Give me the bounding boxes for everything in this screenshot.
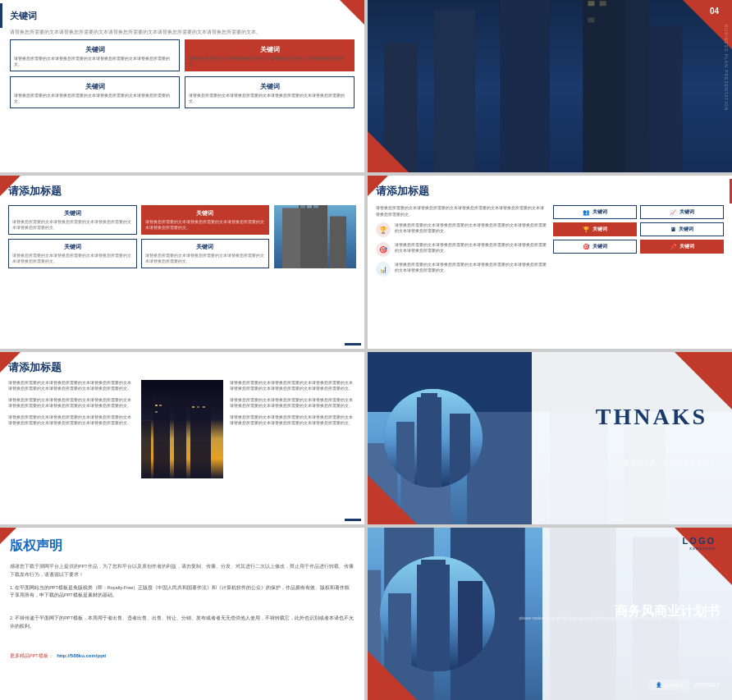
svg-rect-27 — [153, 396, 170, 478]
slide3-kw-2: 关键词 请替换您所需要的文本请替换您所需要的文本请替换您所需要的文本请替换您所需… — [141, 205, 270, 235]
cover-circle-photo — [380, 556, 495, 671]
kw-btn-2-2: 🖥 关键词 — [640, 222, 724, 236]
slide-8: LOGO xxxxxxxx 商务风商业计划书 please replace yo… — [368, 528, 732, 700]
user-btn-label: QIANKU — [664, 683, 683, 688]
blue-stripe-5 — [345, 519, 361, 521]
slide3-kw-4: 关键词 请替换您所需要的文本请替换您所需要的文本请替换您所需要的文本请替换您所需… — [141, 239, 270, 268]
slide5-text-3: 请替换您所需要的文本请替换您所需要的文本请替换您所需要的文本请替换您所需要的文本… — [8, 414, 135, 427]
slide3-kw-text-4: 请替换您所需要的文本请替换您所需要的文本请替换您所需要的文本请替换您所需要的文。 — [145, 253, 266, 264]
svg-rect-29 — [190, 400, 211, 478]
slide1-subtitle: 请替换您所需要的文本请替换您所需要的文本请替换您所需要的文本请替换您所需要的文本… — [10, 29, 355, 36]
svg-rect-5 — [649, 25, 682, 172]
svg-rect-25 — [313, 205, 318, 208]
slide-7: 版权声明 感谢您下载于潮网平台上提供的PPT作品，为了您和平台以及原创作者的利益… — [0, 528, 364, 700]
kw-box-3: 关键词 请替换您所需要的文本请替换您所需要的文本请替换您所需要的文本请替换您所需… — [10, 76, 180, 108]
slide3-kw-1: 关键词 请替换您所需要的文本请替换您所需要的文本请替换您所需要的文本请替换您所需… — [8, 205, 137, 235]
kw-btn-label-1-1: 关键词 — [592, 208, 607, 216]
red-triangle-bot — [368, 131, 409, 172]
svg-rect-33 — [155, 411, 158, 413]
kw-box-4: 关键词 请替换您所需要的文本请替换您所需要的文本请替换您所需要的文本请替换您所需… — [185, 76, 355, 108]
city-image — [368, 0, 732, 172]
svg-rect-12 — [588, 1, 594, 6]
kw-row-3: 🎯 关键词 📌 关键词 — [553, 240, 724, 254]
slide3-kw-3: 关键词 请替换您所需要的文本请替换您所需要的文本请替换您所需要的文本请替换您所需… — [8, 239, 137, 268]
svg-rect-50 — [417, 397, 441, 487]
svg-rect-34 — [192, 406, 194, 408]
kw-icon-2-1: 🏆 — [583, 226, 590, 233]
list-item-2: 🎯 请替换您所需要的文本请替换您所需要的文本请替换您所需要的文本请替换您所需要的… — [376, 242, 547, 257]
kw-label-3: 关键词 — [14, 80, 176, 93]
slide5-rtext-3: 请替换您所需要的文本请替换您所需要的文本请替换您所需要的文本请替换您所需要的文本… — [230, 414, 356, 427]
svg-rect-32 — [159, 405, 162, 406]
slide4-layout: 请替换您所需要的文本请替换您所需要的文本请替换您所需要的文本请替换您所需要的文本… — [376, 205, 724, 281]
list-text-3: 请替换您所需要的文本请替换您所需要的文本请替换您所需要的文本请替换您所需要的文本… — [395, 262, 547, 273]
kw-label-2: 关键词 — [189, 43, 350, 56]
svg-rect-19 — [330, 217, 346, 269]
slide-number: 04 — [705, 5, 724, 17]
copyright-intro: 感谢您下载于潮网平台上提供的PPT作品，为了您和平台以及原创作者的利益，请勿复制… — [10, 563, 355, 579]
slide5-title: 请添加标题 — [8, 360, 356, 375]
svg-rect-36 — [203, 406, 205, 408]
slide5-text-1: 请替换您所需要的文本请替换您所需要的文本请替换您所需要的文本请替换您所需要的文本… — [8, 380, 135, 392]
cover-logo-area: LOGO xxxxxxxx — [683, 536, 716, 551]
kw-label-4: 关键词 — [189, 80, 350, 93]
svg-rect-3 — [434, 9, 475, 172]
copyright-link-area: 更多精品PPT模板： http://588ku.com/ppt/ — [10, 646, 355, 661]
slide3-kw-text-3: 请替换您所需要的文本请替换您所需要的文本请替换您所需要的文本请替换您所需要的文。 — [12, 253, 133, 264]
slide3-content: 关键词 请替换您所需要的文本请替换您所需要的文本请替换您所需要的文本请替换您所需… — [8, 205, 356, 268]
slide-6: THNAKS 有您的支持，我们将做得更好！ — [368, 352, 732, 524]
kw-btn-3-2: 📌 关键词 — [640, 240, 724, 254]
cp-item2-num: 2. — [10, 615, 14, 620]
slide-5: 请添加标题 请替换您所需要的文本请替换您所需要的文本请替换您所需要的文本请替换您… — [0, 352, 364, 524]
kw-btn-label-3-1: 关键词 — [592, 243, 607, 250]
svg-rect-35 — [197, 406, 199, 408]
kw-btn-1-2: 📈 关键词 — [640, 205, 724, 219]
kw-icon-3-2: 📌 — [670, 244, 677, 250]
kw-label-1: 关键词 — [14, 43, 176, 56]
red-corner-5 — [0, 352, 21, 373]
slide4-intro-text: 请替换您所需要的文本请替换您所需要的文本请替换您所需要的文本请替换您所需要的文本… — [376, 205, 547, 217]
cover-user-btn[interactable]: 👤 QIANKU — [649, 679, 689, 690]
cover-bottom-bar: 👤 QIANKU 20XX\07 — [649, 679, 720, 690]
kw-box-2: 关键词 请替换您所需要的文本请替换您所需要的文本请替换您所需要的文本请替换您所需… — [185, 39, 355, 71]
cp-item1-num: 1. — [10, 585, 14, 590]
kw-icon-1-1: 👥 — [583, 209, 590, 216]
list-text-2: 请替换您所需要的文本请替换您所需要的文本请替换您所需要的文本请替换您所需要的文本… — [395, 242, 547, 254]
svg-rect-1 — [500, 0, 550, 172]
copyright-item1: 1. 在平面网站当的PPT模板是免版税类（即：Royalty-Free）正版授《… — [10, 584, 355, 601]
kw-btn-1-1: 👥 关键词 — [553, 205, 637, 219]
svg-rect-28 — [174, 409, 186, 478]
svg-rect-16 — [299, 205, 327, 268]
kw-row-2: 🏆 关键词 🖥 关键词 — [553, 222, 724, 236]
kw-icon-3-1: 🎯 — [583, 244, 590, 250]
slide-2: 04 BUSINESS PLAN PRESENTATION — [368, 0, 732, 172]
blue-stripe-3 — [345, 343, 361, 345]
slide5-text-2: 请替换您所需要的文本请替换您所需要的文本请替换您所需要的文本请替换您所需要的文本… — [8, 397, 135, 409]
building-photo — [274, 205, 356, 268]
slide5-rtext-1: 请替换您所需要的文本请替换您所需要的文本请替换您所需要的文本请替换您所需要的文本… — [230, 380, 356, 392]
slide1-keyword-grid: 关键词 请替换您所需要的文本请替换您所需要的文本请替换您所需要的文本请替换您所需… — [10, 39, 355, 108]
slide4-list: 请替换您所需要的文本请替换您所需要的文本请替换您所需要的文本请替换您所需要的文本… — [376, 205, 547, 281]
slide5-content: 请替换您所需要的文本请替换您所需要的文本请替换您所需要的文本请替换您所需要的文本… — [8, 380, 356, 478]
copyright-link: http://588ku.com/ppt/ — [57, 653, 106, 658]
slide-3: 请添加标题 关键词 请替换您所需要的文本请替换您所需要的文本请替换您所需要的文本… — [0, 176, 364, 348]
thanks-title: THNAKS — [596, 404, 707, 430]
slide3-kw-text-2: 请替换您所需要的文本请替换您所需要的文本请替换您所需要的文本请替换您所需要的文。 — [145, 219, 266, 231]
slide5-rtext-2: 请替换您所需要的文本请替换您所需要的文本请替换您所需要的文本请替换您所需要的文本… — [230, 397, 356, 409]
cover-logo-sub: xxxxxxxx — [683, 546, 716, 551]
svg-rect-24 — [307, 205, 312, 208]
red-corner-3 — [0, 176, 21, 196]
night-city-photo — [141, 380, 223, 478]
cp-item2-text: 不得传递于平面网下的PPT模板，本用用于者出售、违者出售、出售、转让、分销、发布… — [10, 615, 354, 629]
slide3-kw-grid: 关键词 请替换您所需要的文本请替换您所需要的文本请替换您所需要的文本请替换您所需… — [8, 205, 269, 268]
svg-rect-62 — [417, 565, 450, 671]
kw-text-3: 请替换您所需要的文本请替换您所需要的文本请替换您所需要的文本请替换您所需要的文。 — [14, 93, 176, 104]
kw-btn-label-1-2: 关键词 — [679, 208, 694, 216]
kw-row-1: 👥 关键词 📈 关键词 — [553, 205, 724, 219]
kw-btn-label-3-2: 关键词 — [679, 243, 694, 250]
kw-btn-label-2-1: 关键词 — [592, 226, 607, 233]
list-item-1: 🏆 请替换您所需要的文本请替换您所需要的文本请替换您所需要的文本请替换您所需要的… — [376, 222, 547, 237]
svg-rect-31 — [155, 405, 158, 406]
slide4-title: 请添加标题 — [376, 184, 724, 199]
copyright-item2: 2. 不得传递于平面网下的PPT模板，本用用于者出售、违者出售、出售、转让、分销… — [10, 615, 355, 631]
